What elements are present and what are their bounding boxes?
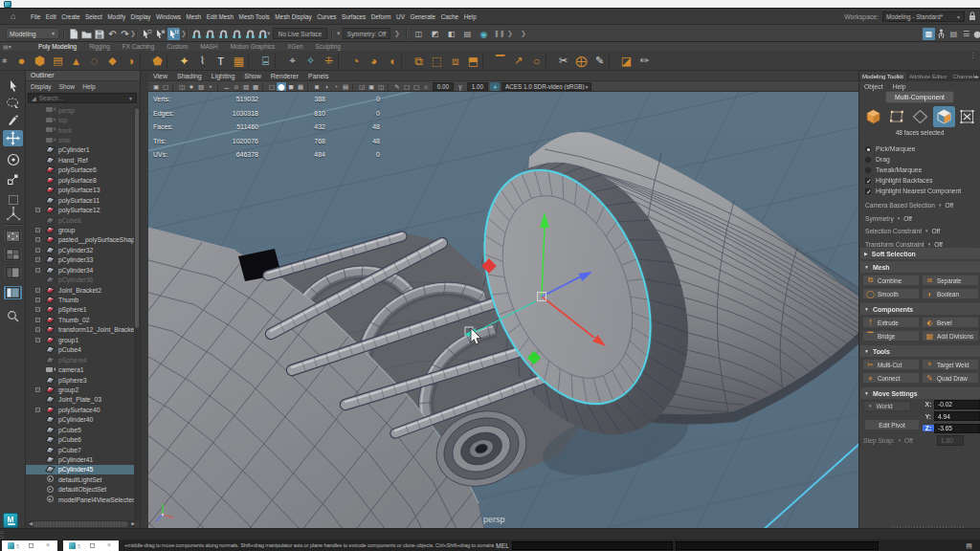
outliner-item-pSphere3[interactable]: pSphere3 bbox=[26, 375, 136, 385]
symmetry-selector[interactable]: Symmetry▼Off bbox=[865, 215, 912, 222]
menu-set-selector[interactable]: Modeling▼ bbox=[6, 28, 59, 39]
target-weld-icon[interactable]: ⨁ bbox=[572, 52, 590, 70]
section-mesh[interactable]: ▼Mesh bbox=[860, 261, 980, 273]
type-tool-icon[interactable]: T bbox=[212, 52, 230, 70]
expand-icon[interactable] bbox=[35, 298, 40, 302]
wireframe-icon[interactable]: ▢ bbox=[267, 82, 277, 91]
lasso-tool-icon[interactable] bbox=[3, 95, 23, 111]
split-pane-layout-icon[interactable] bbox=[3, 265, 23, 280]
color-management-icon[interactable]: ◕ bbox=[490, 82, 500, 91]
menu-item[interactable]: Help bbox=[464, 13, 477, 20]
universal-manipulator-icon[interactable] bbox=[3, 206, 23, 222]
toolkit-menu-item[interactable]: Object bbox=[864, 83, 883, 90]
construction-plane-icon[interactable]: ⌖ bbox=[283, 52, 301, 70]
outliner-item-polySurface13[interactable]: polySurface13 bbox=[26, 186, 136, 195]
expand-icon[interactable] bbox=[35, 288, 40, 293]
viewport-3d-scene[interactable]: persp Verts:5190323880Edges:10303188100F… bbox=[148, 92, 858, 528]
menu-item[interactable]: Surfaces bbox=[342, 13, 366, 20]
motion-blur-icon[interactable]: ◔ bbox=[331, 82, 341, 91]
humanik-icon[interactable] bbox=[935, 28, 947, 40]
step-snap-field[interactable]: 1.00 bbox=[937, 435, 964, 446]
shelf-tab-motion-graphics[interactable]: Motion Graphics bbox=[231, 43, 276, 50]
boolean-button[interactable]: ◖Boolean bbox=[922, 288, 979, 299]
axis-field-z[interactable]: Z:-3.65 bbox=[923, 423, 980, 433]
gamma-field[interactable]: 1.00 bbox=[467, 82, 488, 91]
expand-icon[interactable] bbox=[35, 268, 40, 273]
poly-disc-icon[interactable]: ◑ bbox=[122, 52, 140, 70]
edge-mode-icon[interactable] bbox=[909, 106, 931, 127]
menu-item[interactable]: Create bbox=[61, 13, 79, 20]
checkbox-highlight-nearest-component[interactable]: ✓Highlight Nearest Component bbox=[865, 187, 961, 194]
open-scene-icon[interactable] bbox=[80, 28, 93, 40]
scale-tool-icon[interactable] bbox=[3, 171, 23, 187]
outliner-vertical-scrollbar[interactable] bbox=[134, 106, 139, 521]
camera-attributes-icon[interactable]: ◫ bbox=[177, 82, 187, 91]
render-frame-icon[interactable]: ◫ bbox=[412, 28, 425, 40]
smooth-wire-icon[interactable]: ▩ bbox=[251, 82, 260, 91]
outliner-item-persp[interactable]: persp bbox=[26, 105, 136, 115]
platonic-solid-icon[interactable]: ⬟ bbox=[148, 52, 167, 70]
object-mode-icon[interactable] bbox=[862, 106, 884, 127]
expand-icon[interactable] bbox=[35, 237, 40, 242]
shelf-overflow-icon[interactable]: ⋮ bbox=[969, 53, 976, 57]
svg-tool-icon[interactable]: ▦ bbox=[230, 52, 248, 70]
expand-icon[interactable] bbox=[35, 338, 40, 342]
channel-box-icon[interactable]: ⬤ bbox=[971, 28, 980, 40]
perspective-viewport[interactable]: ViewShadingLightingShowRendererPanels ▣▢… bbox=[148, 71, 858, 528]
colorspace-selector[interactable]: ACES 1.0 SDR-video (sRGB)▼ bbox=[501, 82, 591, 91]
smooth-icon[interactable]: ○ bbox=[527, 52, 546, 70]
grease-pencil-icon[interactable]: ✎ bbox=[392, 82, 402, 91]
snap-grid-icon[interactable] bbox=[190, 28, 203, 40]
menu-item[interactable]: Edit Mesh bbox=[207, 13, 234, 20]
mel-script-icon[interactable]: M bbox=[3, 513, 18, 528]
xray-icon[interactable]: ⦻ bbox=[232, 82, 241, 91]
viewport-menu-item[interactable]: Shading bbox=[177, 73, 202, 79]
outliner-item-group[interactable]: group bbox=[26, 225, 136, 234]
select-component-icon[interactable] bbox=[167, 28, 180, 40]
exposure-icon[interactable]: ☼ bbox=[421, 82, 431, 91]
target-weld-button[interactable]: ⌖Target Weld bbox=[922, 359, 979, 370]
display-layers-icon[interactable]: ▤ bbox=[461, 28, 474, 40]
outliner-item-polySurface11[interactable]: polySurface11 bbox=[26, 195, 136, 205]
outliner-item-group1[interactable]: group1 bbox=[26, 335, 136, 344]
outliner-item-pCylinder36[interactable]: pCylinder36 bbox=[26, 275, 136, 284]
outliner-item-polySurface40[interactable]: polySurface40 bbox=[26, 405, 136, 414]
menu-item[interactable]: Curves bbox=[317, 13, 336, 20]
isolate-select-icon[interactable]: ◫ bbox=[376, 82, 386, 91]
vertex-mode-icon[interactable] bbox=[886, 106, 908, 127]
outliner-item-pCylinder33[interactable]: pCylinder33 bbox=[26, 255, 136, 265]
expand-icon[interactable] bbox=[35, 228, 40, 232]
menu-item[interactable]: Edit bbox=[46, 13, 56, 20]
shelf-tab-poly-modeling[interactable]: Poly Modeling bbox=[38, 43, 77, 50]
select-tool-icon[interactable] bbox=[3, 77, 23, 94]
outliner-persp-layout-icon[interactable] bbox=[3, 285, 23, 300]
menu-item[interactable]: Generate bbox=[410, 13, 435, 20]
axis-orientation-selector[interactable]: ▼World bbox=[863, 401, 911, 411]
curve-tool-icon[interactable]: ⌇ bbox=[193, 52, 212, 70]
joint-xray-icon[interactable]: ⚊ bbox=[222, 82, 232, 91]
outliner-item-polySurface12[interactable]: polySurface12 bbox=[26, 205, 136, 214]
outliner-item-group2[interactable]: group2 bbox=[26, 385, 136, 394]
quad-draw-button[interactable]: ✎Quad Draw bbox=[922, 372, 979, 384]
outliner-menu-item[interactable]: Show bbox=[59, 83, 76, 90]
live-surface-field[interactable]: No Live Surface bbox=[273, 28, 327, 39]
outliner-item-pCylinder41[interactable]: pCylinder41 bbox=[26, 454, 136, 464]
bookmarks-icon[interactable]: ★ bbox=[187, 82, 196, 91]
menu-item[interactable]: Display bbox=[131, 13, 151, 20]
select-object-icon[interactable] bbox=[154, 28, 167, 40]
face-mode-icon[interactable] bbox=[933, 106, 955, 127]
rotate-tool-icon[interactable] bbox=[3, 151, 23, 167]
poly-cone-icon[interactable]: ▲ bbox=[67, 52, 85, 70]
outliner-item-Thumb[interactable]: Thumb bbox=[26, 295, 136, 304]
outliner-item-top[interactable]: top bbox=[26, 115, 136, 124]
outliner-item-transform12_Joint_Bracket2[interactable]: transform12_Joint_Bracket2 bbox=[26, 325, 136, 335]
script-editor-icon[interactable]: ▤ bbox=[965, 541, 973, 550]
viewport-menu-item[interactable]: View bbox=[153, 73, 167, 79]
ipr-render-icon[interactable]: ◩ bbox=[429, 28, 441, 40]
ngon-display-icon[interactable]: ⌸ bbox=[256, 52, 275, 70]
snap-view-plane-icon[interactable] bbox=[244, 28, 256, 40]
menu-item[interactable]: Select bbox=[85, 13, 102, 20]
outliner-horizontal-scrollbar[interactable]: ◀▶ bbox=[28, 520, 136, 527]
combine-icon[interactable]: ⧉ bbox=[410, 52, 428, 70]
separate-icon[interactable]: ⬚ bbox=[428, 52, 446, 70]
